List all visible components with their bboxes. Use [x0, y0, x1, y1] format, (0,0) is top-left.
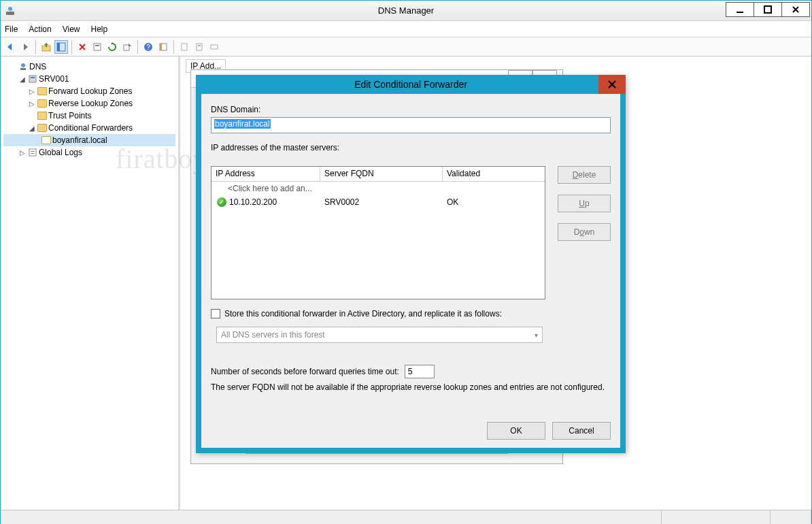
svg-rect-9 — [124, 45, 129, 50]
tree-global-logs[interactable]: ▷ Global Logs — [3, 146, 175, 159]
dns-domain-label: DNS Domain: — [211, 105, 611, 114]
up-button[interactable]: Up — [558, 195, 611, 212]
col-fqdn[interactable]: Server FQDN — [320, 167, 443, 181]
tree-flz[interactable]: ▷ Forward Lookup Zones — [3, 85, 175, 97]
tree-label: Reverse Lookup Zones — [48, 99, 133, 108]
refresh-icon[interactable] — [105, 40, 119, 54]
dialog-title: Edit Conditional Forwarder — [354, 79, 467, 90]
svg-rect-17 — [211, 45, 218, 49]
window-controls — [726, 2, 810, 17]
masters-label: IP addresses of the master servers: — [211, 143, 611, 152]
svg-rect-20 — [29, 76, 36, 82]
svg-rect-23 — [31, 151, 35, 152]
col-val[interactable]: Validated — [443, 167, 545, 181]
svg-rect-6 — [57, 43, 60, 51]
titlebar: DNS Manager — [1, 1, 811, 21]
maximize-button[interactable] — [754, 2, 782, 17]
svg-rect-13 — [160, 44, 162, 50]
cancel-button[interactable]: Cancel — [552, 422, 611, 440]
tree-dns-root[interactable]: DNS — [3, 61, 175, 73]
svg-rect-2 — [737, 12, 743, 13]
svg-rect-7 — [94, 44, 101, 50]
svg-rect-8 — [95, 45, 99, 46]
menubar: File Action View Help — [1, 21, 811, 37]
edit-conditional-forwarder-dialog: Edit Conditional Forwarder DNS Domain: b… — [196, 75, 626, 453]
menu-file[interactable]: File — [5, 24, 18, 34]
delete-button[interactable]: Delete — [558, 166, 611, 184]
close-button[interactable] — [781, 2, 810, 17]
tree-label: Conditional Forwarders — [48, 123, 133, 133]
tree-rlz[interactable]: ▷ Reverse Lookup Zones — [3, 97, 175, 110]
tree-label: SRV001 — [39, 74, 69, 84]
grid-header: IP Address Server FQDN Validated — [212, 167, 545, 182]
tree-label: Global Logs — [39, 148, 82, 157]
svg-text:?: ? — [146, 44, 150, 51]
up-icon[interactable] — [39, 40, 53, 54]
grid-add-row[interactable]: <Click here to add an... — [212, 182, 545, 195]
delete-icon[interactable] — [75, 40, 89, 54]
filter-icon[interactable] — [156, 40, 170, 54]
grid-data-row[interactable]: 10.10.20.200 SRV0002 OK — [212, 195, 545, 209]
tree-trust-points[interactable]: Trust Points — [3, 110, 175, 122]
svg-point-18 — [21, 63, 25, 67]
tree-label: DNS — [29, 62, 46, 71]
properties-icon[interactable] — [90, 40, 104, 54]
misc-icon-3[interactable] — [207, 40, 221, 54]
tree-label: boyanfirat.local — [52, 135, 107, 145]
svg-rect-22 — [29, 149, 36, 156]
forward-icon[interactable] — [18, 40, 32, 54]
dialog-titlebar: Edit Conditional Forwarder — [196, 75, 626, 94]
dns-domain-value: boyanfirat.local — [214, 119, 271, 129]
chevron-down-icon: ▾ — [535, 331, 538, 339]
click-to-add[interactable]: <Click here to add an... — [212, 182, 320, 195]
dialog-close-button[interactable] — [598, 75, 626, 94]
menu-action[interactable]: Action — [29, 24, 51, 34]
ok-button[interactable]: OK — [487, 422, 545, 440]
misc-icon-2[interactable] — [192, 40, 206, 54]
dns-domain-input[interactable]: boyanfirat.local — [211, 117, 611, 133]
store-in-ad-label: Store this conditional forwarder in Acti… — [224, 309, 502, 318]
misc-icon-1[interactable] — [177, 40, 191, 54]
side-buttons: Delete Up Down — [558, 166, 611, 252]
window-title: DNS Manager — [1, 5, 811, 16]
svg-rect-3 — [764, 6, 771, 13]
timeout-label: Number of seconds before forward queries… — [211, 367, 399, 376]
cell-fqdn: SRV0002 — [320, 196, 443, 208]
svg-rect-16 — [198, 45, 201, 46]
store-in-ad-row[interactable]: Store this conditional forwarder in Acti… — [211, 309, 502, 318]
svg-rect-14 — [182, 44, 187, 50]
down-button[interactable]: Down — [558, 223, 611, 241]
cell-ip: 10.10.20.200 — [229, 197, 277, 207]
masters-grid[interactable]: IP Address Server FQDN Validated <Click … — [211, 166, 545, 299]
cell-validated: OK — [443, 196, 545, 208]
svg-rect-21 — [31, 77, 35, 78]
menu-view[interactable]: View — [63, 24, 80, 34]
tree-label: Trust Points — [48, 111, 92, 120]
statusbar — [1, 510, 811, 524]
show-hide-tree-icon[interactable] — [54, 40, 68, 54]
replication-scope-value: All DNS servers in this forest — [221, 330, 325, 340]
tree-pane[interactable]: DNS ◢ SRV001 ▷ Forward Lookup Zones ▷ Re… — [1, 56, 180, 510]
tree-label: Forward Lookup Zones — [48, 86, 132, 96]
help-icon[interactable]: ? — [141, 40, 155, 54]
toolbar: ? — [1, 37, 811, 56]
svg-rect-24 — [31, 153, 35, 154]
svg-rect-15 — [197, 44, 202, 50]
export-icon[interactable] — [120, 40, 134, 54]
menu-help[interactable]: Help — [91, 24, 108, 34]
col-ip[interactable]: IP Address — [212, 167, 320, 181]
store-in-ad-checkbox[interactable] — [211, 309, 220, 318]
validated-ok-icon — [217, 197, 226, 207]
minimize-button[interactable] — [726, 2, 754, 17]
replication-scope-select[interactable]: All DNS servers in this forest ▾ — [216, 327, 543, 343]
tree-cf-boyanfirat[interactable]: boyanfirat.local — [3, 134, 175, 146]
timeout-input[interactable] — [405, 365, 435, 378]
back-icon[interactable] — [3, 40, 17, 54]
svg-rect-19 — [20, 68, 26, 70]
tree-server[interactable]: ◢ SRV001 — [3, 73, 175, 85]
fqdn-note: The server FQDN will not be available if… — [211, 382, 611, 392]
tree-conditional-forwarders[interactable]: ◢ Conditional Forwarders — [3, 122, 175, 134]
